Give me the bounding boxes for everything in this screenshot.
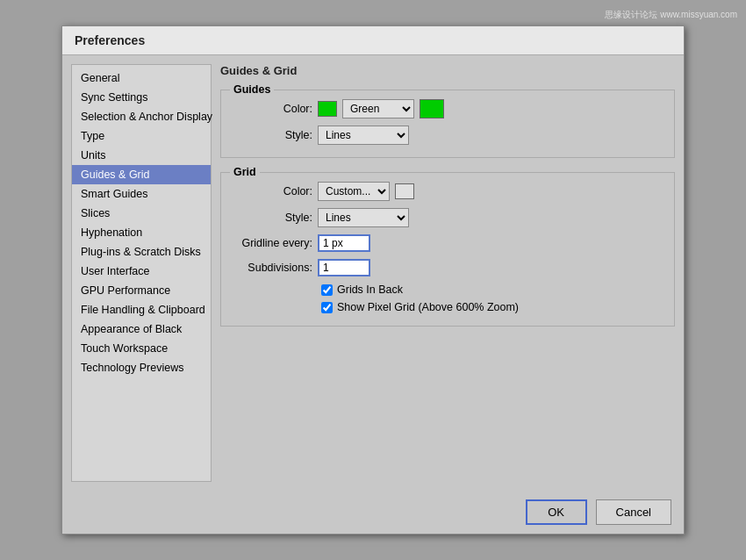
watermark: 思缘设计论坛 www.missyuan.com [605,9,737,21]
subdivisions-input[interactable] [318,259,370,276]
content-area: Guides & Grid Guides Color: Green Cyan M… [220,64,675,482]
sidebar-item-appearance-black[interactable]: Appearance of Black [72,319,211,339]
sidebar-item-slices[interactable]: Slices [72,204,211,223]
sidebar-item-touch-workspace[interactable]: Touch Workspace [72,339,211,358]
sidebar-item-selection-anchor[interactable]: Selection & Anchor Display [72,107,211,126]
guides-style-select[interactable]: Lines Dashed Lines Dots [318,126,409,145]
grid-color-label: Color: [233,185,312,197]
grid-group-label: Grid [230,166,260,178]
sidebar-item-user-interface[interactable]: User Interface [72,262,211,281]
show-pixel-grid-checkbox[interactable] [321,302,333,313]
ok-button[interactable]: OK [526,499,587,525]
gridline-row: Gridline every: [233,234,662,252]
guides-color-swatch-large[interactable] [420,99,444,118]
sidebar-item-hyphenation[interactable]: Hyphenation [72,223,211,242]
grids-in-back-label: Grids In Back [337,284,403,296]
sidebar-item-guides-grid[interactable]: Guides & Grid [72,165,211,184]
sidebar-item-type[interactable]: Type [72,126,211,146]
page-title: Guides & Grid [220,64,675,77]
sidebar-item-sync-settings[interactable]: Sync Settings [72,88,211,107]
grid-style-select[interactable]: Lines Dashed Lines Dots [318,208,409,227]
cancel-button[interactable]: Cancel [596,499,671,525]
grid-color-swatch[interactable] [395,183,414,199]
guides-color-select[interactable]: Green Cyan Magenta Custom... [342,99,414,118]
sidebar-item-technology-previews[interactable]: Technology Previews [72,358,211,377]
gridline-input[interactable] [318,234,370,252]
guides-color-swatch-preview [318,101,337,117]
grid-style-row: Style: Lines Dashed Lines Dots [233,208,662,227]
sidebar-item-general[interactable]: General [72,68,211,88]
show-pixel-grid-row: Show Pixel Grid (Above 600% Zoom) [321,301,662,313]
grid-color-select[interactable]: Custom... Green Cyan [318,182,390,201]
preferences-dialog: Preferences General Sync Settings Select… [61,25,685,535]
sidebar-item-plugins[interactable]: Plug-ins & Scratch Disks [72,242,211,262]
sidebar-item-gpu-performance[interactable]: GPU Performance [72,281,211,300]
guides-style-row: Style: Lines Dashed Lines Dots [233,126,662,145]
grid-group: Grid Color: Custom... Green Cyan Style: … [220,172,675,327]
grids-in-back-checkbox[interactable] [321,284,333,296]
sidebar-item-units[interactable]: Units [72,146,211,165]
guides-group-label: Guides [230,83,274,96]
sidebar: General Sync Settings Selection & Anchor… [71,64,212,482]
dialog-footer: OK Cancel [62,491,684,534]
grids-in-back-row: Grids In Back [321,284,662,296]
guides-group: Guides Color: Green Cyan Magenta Custom.… [220,90,675,158]
subdivisions-label: Subdivisions: [233,262,312,274]
guides-color-row: Color: Green Cyan Magenta Custom... [233,99,662,118]
show-pixel-grid-label: Show Pixel Grid (Above 600% Zoom) [337,301,519,313]
guides-style-label: Style: [233,129,312,141]
sidebar-item-file-handling[interactable]: File Handling & Clipboard [72,300,211,319]
grid-style-label: Style: [233,212,312,224]
sidebar-item-smart-guides[interactable]: Smart Guides [72,184,211,204]
dialog-title: Preferences [62,26,684,55]
guides-color-label: Color: [233,103,312,115]
dialog-body: General Sync Settings Selection & Anchor… [62,55,684,491]
gridline-label: Gridline every: [233,237,312,249]
grid-color-row: Color: Custom... Green Cyan [233,182,662,201]
subdivisions-row: Subdivisions: [233,259,662,276]
